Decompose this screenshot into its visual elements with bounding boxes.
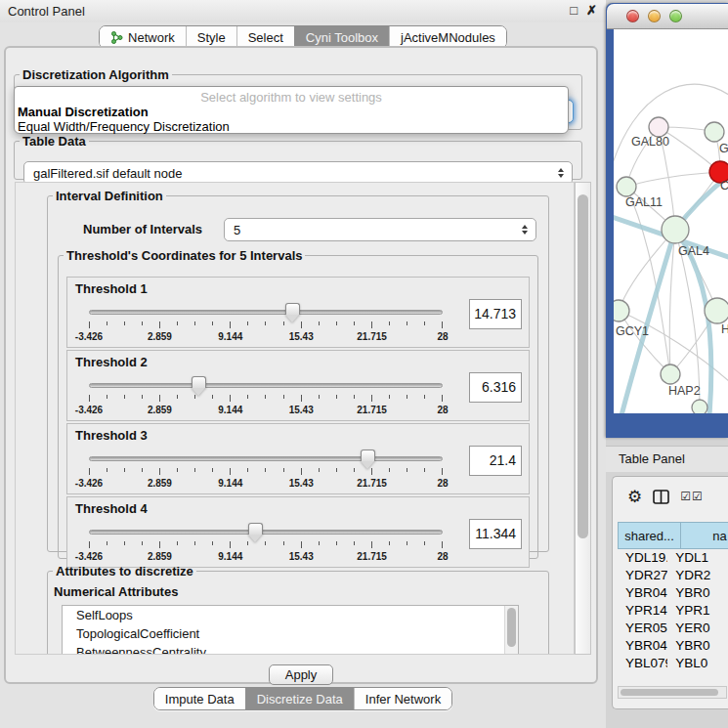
tick-label: 15.43 (289, 405, 314, 415)
table-cell[interactable]: YDR2 (667, 567, 728, 584)
tick-label: 28 (437, 478, 448, 489)
network-node[interactable] (617, 177, 636, 196)
split-columns-icon[interactable] (653, 490, 669, 504)
threshold-4-value-field[interactable]: 11.344 (469, 519, 522, 549)
table-cell[interactable]: YBL079W (618, 655, 667, 670)
threshold-2-value-field[interactable]: 6.316 (469, 372, 522, 403)
table-cell[interactable]: YBR0 (667, 637, 728, 655)
threshold-2-box: Threshold 2-3.4262.8599.14415.4321.71528… (66, 350, 530, 421)
number-of-intervals-combobox[interactable]: 5 (224, 218, 536, 241)
node-label-hap2: HAP2 (668, 384, 701, 398)
tick-label: 9.144 (218, 478, 242, 489)
table-row[interactable]: YBR043CYBR0 (618, 584, 728, 602)
network-node[interactable] (614, 300, 629, 321)
tab-select[interactable]: Select (236, 26, 294, 48)
table-cell[interactable]: YER054C (618, 620, 667, 637)
table-row[interactable]: YBL079WYBL0 (618, 655, 728, 670)
float-window-icon[interactable]: □ (570, 3, 578, 18)
slider-thumb[interactable] (361, 450, 375, 469)
table-cell[interactable]: YBR043C (618, 584, 667, 602)
list-scrollbar[interactable] (504, 606, 518, 655)
tab-label: Network (128, 30, 175, 45)
control-panel: Control Panel □ ✗ NetworkStyleSelectCyni… (0, 0, 606, 728)
tab-infer-network[interactable]: Infer Network (354, 688, 451, 709)
table-cell[interactable]: YER0 (667, 620, 728, 637)
table-row[interactable]: YDL19...YDL1 (618, 549, 728, 567)
table-hscroll-thumb[interactable] (621, 689, 718, 696)
attribute-item-selfloops[interactable]: SelfLoops (63, 606, 518, 624)
tick-label: 15.43 (289, 551, 314, 562)
table-cell[interactable]: YBR0 (667, 584, 728, 602)
network-node[interactable] (649, 117, 668, 137)
slider-track[interactable] (89, 530, 443, 535)
network-view-window: GAL80GACGAL11GAL4GCY1HHAP2 (606, 3, 728, 438)
table-rows: YDL19...YDL1YDR27...YDR2YBR043CYBR0YPR14… (618, 549, 728, 670)
tick-label: 2.859 (148, 331, 172, 342)
table-row[interactable]: YDR27...YDR2 (618, 567, 728, 584)
table-cell[interactable]: YBL0 (667, 655, 728, 670)
table-row[interactable]: YBR045CYBR0 (618, 637, 728, 655)
settings-scrollbar[interactable] (575, 182, 591, 655)
list-scrollbar-thumb[interactable] (507, 608, 516, 647)
numerical-attributes-list: SelfLoopsTopologicalCoefficientBetweenne… (62, 605, 519, 655)
interval-definition-group: Interval Definition Number of Intervals … (47, 189, 549, 552)
minimize-traffic-light[interactable] (648, 10, 661, 22)
dropdown-option-equal-width-frequency-discretization[interactable]: Equal Width/Frequency Discretization (15, 119, 568, 134)
slider-thumb[interactable] (248, 523, 263, 542)
close-panel-icon[interactable]: ✗ (586, 3, 597, 18)
network-node[interactable] (661, 364, 680, 384)
tick-label: -3.426 (75, 551, 103, 562)
apply-button[interactable]: Apply (269, 664, 333, 685)
table-cell[interactable]: YPR145W (618, 602, 667, 620)
threshold-4-slider[interactable]: -3.4262.8599.14415.4321.71528 (89, 521, 443, 566)
dropdown-options: Manual DiscretizationEqual Width/Frequen… (15, 105, 568, 134)
table-cell[interactable]: YBR045C (618, 637, 667, 655)
tab-discretize-data[interactable]: Discretize Data (245, 688, 354, 709)
tick-label: 15.43 (289, 331, 314, 342)
table-horizontal-scrollbar[interactable] (618, 686, 727, 699)
tick-label: 15.43 (289, 478, 314, 489)
table-cell[interactable]: YDL19... (618, 549, 667, 567)
number-of-intervals-value: 5 (234, 223, 240, 237)
table-row[interactable]: YER054CYER0 (618, 620, 728, 637)
tab-impute-data[interactable]: Impute Data (154, 688, 245, 709)
column-header-shared-[interactable]: shared... (618, 522, 681, 549)
close-traffic-light[interactable] (626, 10, 639, 22)
table-cell[interactable]: YDR27... (618, 567, 667, 584)
threshold-1-slider[interactable]: -3.4262.8599.14415.4321.71528 (89, 301, 443, 346)
tab-cyni-toolbox[interactable]: Cyni Toolbox (294, 26, 389, 48)
table-cell[interactable]: YDL1 (667, 549, 728, 567)
panel-title: Control Panel (8, 4, 85, 19)
attribute-item-topologicalcoefficient[interactable]: TopologicalCoefficient (63, 624, 518, 643)
tab-label: Discretize Data (257, 692, 343, 707)
column-header-na[interactable]: na (681, 522, 728, 549)
network-node[interactable] (705, 298, 728, 323)
network-canvas[interactable]: GAL80GACGAL11GAL4GCY1HHAP2 (614, 29, 728, 413)
network-window-titlebar (607, 4, 728, 29)
threshold-1-value-field[interactable]: 14.713 (469, 299, 522, 329)
slider-track[interactable] (89, 383, 443, 388)
threshold-3-value-field[interactable]: 21.4 (469, 446, 522, 476)
zoom-traffic-light[interactable] (669, 10, 682, 22)
network-node[interactable] (705, 122, 724, 142)
table-cell[interactable]: YPR1 (667, 602, 728, 620)
slider-track[interactable] (89, 456, 443, 461)
threshold-1-box: Threshold 1-3.4262.8599.14415.4321.71528… (66, 277, 530, 348)
tick-label: 9.144 (218, 551, 242, 562)
tab-jactivemnodules[interactable]: jActiveMNodules (389, 26, 506, 48)
gear-icon[interactable]: ⚙ (627, 489, 642, 505)
slider-thumb[interactable] (285, 303, 300, 322)
slider-thumb[interactable] (192, 376, 206, 396)
network-node[interactable] (692, 400, 707, 413)
tab-style[interactable]: Style (186, 26, 236, 48)
slider-track[interactable] (89, 310, 443, 315)
threshold-3-slider[interactable]: -3.4262.8599.14415.4321.71528 (89, 448, 443, 492)
threshold-2-slider[interactable]: -3.4262.8599.14415.4321.71528 (89, 374, 443, 419)
table-row[interactable]: YPR145WYPR1 (618, 602, 728, 620)
network-node[interactable] (662, 216, 689, 243)
dropdown-option-manual-discretization[interactable]: Manual Discretization (15, 105, 568, 119)
select-columns-icon[interactable]: ☑☑ (680, 490, 704, 503)
attribute-item-betweennesscentrality[interactable]: BetweennessCentrality (63, 643, 518, 655)
settings-scrollbar-thumb[interactable] (578, 194, 588, 538)
tab-network[interactable]: Network (100, 26, 186, 48)
